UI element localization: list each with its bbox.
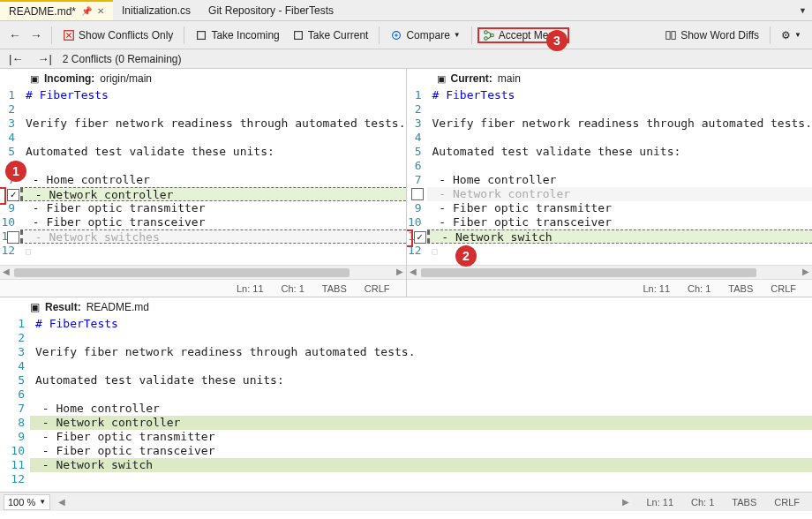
- scroll-right-icon[interactable]: ▶: [620, 497, 632, 509]
- line-number: 12: [0, 244, 15, 258]
- line-number: 7: [0, 402, 25, 416]
- line-number: 4: [407, 131, 422, 145]
- line-number: 10: [407, 215, 422, 229]
- conflict-checkbox[interactable]: [414, 231, 426, 244]
- separator: [51, 26, 52, 44]
- line-number: 5: [0, 145, 15, 159]
- code-line: [30, 387, 812, 402]
- scroll-right-icon[interactable]: ▶: [800, 267, 812, 279]
- incoming-status: Ln: 11 Ch: 1 TABS CRLF: [0, 279, 406, 297]
- status-ch: Ch: 1: [682, 497, 723, 508]
- scroll-left-icon[interactable]: ◀: [56, 497, 68, 509]
- tab-initialization[interactable]: Initialization.cs: [113, 0, 199, 20]
- last-conflict-button[interactable]: →|: [34, 52, 55, 65]
- zoom-selector[interactable]: 100 % ▼: [4, 494, 50, 510]
- conflicts-icon: [63, 29, 75, 41]
- tab-git-repository[interactable]: Git Repository - FiberTests: [199, 0, 342, 20]
- result-title: Result:: [45, 301, 81, 313]
- line-number: 1: [407, 88, 422, 102]
- tabs-overflow-icon[interactable]: ▼: [793, 6, 812, 15]
- code-line: - Fiber optic transceiver: [427, 215, 812, 229]
- pin-icon[interactable]: 📌: [81, 6, 92, 16]
- merge-icon: [483, 29, 495, 41]
- current-hscroll[interactable]: ◀ ▶: [407, 265, 813, 279]
- result-code[interactable]: 123456789101112 # FiberTestsVerify fiber…: [0, 317, 812, 492]
- separator: [379, 26, 380, 44]
- line-number: 5: [0, 373, 25, 387]
- tab-label: README.md*: [9, 5, 76, 18]
- show-word-diffs-button[interactable]: Show Word Diffs: [659, 27, 764, 43]
- separator: [770, 26, 771, 44]
- status-tabs: TABS: [313, 283, 356, 294]
- svg-rect-1: [198, 31, 206, 39]
- conflict-checkbox[interactable]: [411, 188, 424, 200]
- code-line: [20, 102, 405, 117]
- status-ln: Ln: 11: [228, 283, 273, 294]
- line-number: 8: [0, 416, 25, 430]
- take-current-icon: [292, 29, 304, 41]
- tab-readme[interactable]: README.md* 📌 ✕: [0, 0, 113, 20]
- line-number: 2: [0, 331, 25, 345]
- close-icon[interactable]: ✕: [97, 6, 104, 16]
- conflict-checkbox[interactable]: [7, 231, 19, 244]
- box-icon: ▣: [30, 73, 39, 85]
- current-code[interactable]: 123456789101112 # FiberTestsVerify fiber…: [407, 88, 813, 265]
- code-lines: # FiberTestsVerify fiber network readine…: [427, 88, 812, 265]
- code-line: [427, 159, 812, 173]
- code-line: Automated test validate these units:: [30, 373, 812, 387]
- scroll-thumb[interactable]: [421, 268, 756, 277]
- first-conflict-button[interactable]: |←: [5, 52, 26, 65]
- pane-branch: origin/main: [100, 72, 152, 85]
- merge-toolbar: ← → Show Conflicts Only Take Incoming Ta…: [0, 21, 812, 49]
- code-line: [20, 131, 405, 145]
- callout-1: 1: [5, 161, 26, 182]
- code-line: Verify fiber network readiness through a…: [30, 345, 812, 359]
- code-line: - Network switch: [30, 458, 812, 472]
- nav-back-button[interactable]: ←: [5, 26, 25, 44]
- conflicts-count: 2 Conflicts (0 Remaining): [63, 53, 182, 65]
- code-line: - Network controller: [20, 187, 405, 201]
- code-lines: # FiberTestsVerify fiber network readine…: [20, 88, 405, 265]
- nav-forward-button[interactable]: →: [26, 26, 46, 44]
- code-line: [30, 331, 812, 345]
- button-label: Show Word Diffs: [680, 29, 759, 41]
- button-label: Show Conflicts Only: [79, 29, 173, 41]
- compare-icon: [390, 29, 402, 41]
- settings-button[interactable]: ⚙ ▼: [776, 27, 807, 43]
- code-line: - Home controller: [20, 173, 405, 187]
- code-line: Automated test validate these units:: [427, 145, 812, 159]
- show-conflicts-only-button[interactable]: Show Conflicts Only: [57, 27, 178, 43]
- document-tabs: README.md* 📌 ✕ Initialization.cs Git Rep…: [0, 0, 812, 21]
- conflicts-subbar: |← →| 2 Conflicts (0 Remaining): [0, 49, 812, 69]
- scroll-left-icon[interactable]: ◀: [407, 267, 419, 279]
- status-crlf: CRLF: [762, 283, 805, 294]
- scroll-right-icon[interactable]: ▶: [394, 267, 406, 279]
- line-number: 12: [0, 472, 25, 486]
- code-line: - Home controller: [427, 173, 812, 187]
- status-tabs: TABS: [723, 497, 765, 508]
- code-line: - Network switches: [20, 229, 405, 244]
- tab-label: Initialization.cs: [122, 4, 191, 17]
- pane-title: Incoming:: [44, 72, 94, 85]
- take-incoming-button[interactable]: Take Incoming: [190, 27, 284, 43]
- line-number: 6: [407, 159, 422, 173]
- code-line: - Network switch: [427, 229, 812, 244]
- compare-button[interactable]: Compare ▼: [385, 27, 465, 43]
- incoming-code[interactable]: 123456789101112 # FiberTestsVerify fiber…: [0, 88, 406, 265]
- take-current-button[interactable]: Take Current: [287, 27, 374, 43]
- line-number: 10: [0, 444, 25, 458]
- status-crlf: CRLF: [356, 283, 399, 294]
- code-line: - Fiber optic transmitter: [30, 430, 812, 444]
- status-ln: Ln: 11: [637, 497, 682, 508]
- code-line: # FiberTests: [20, 88, 405, 102]
- result-hscroll[interactable]: ◀ ▶: [56, 496, 632, 508]
- line-number: 7: [407, 173, 422, 187]
- conflict-checkbox[interactable]: [7, 189, 19, 201]
- code-line: [30, 359, 812, 373]
- result-section: ▣ Result: README.md 123456789101112 # Fi…: [0, 297, 812, 492]
- line-gutter: 123456789101112: [0, 317, 30, 492]
- incoming-hscroll[interactable]: ◀ ▶: [0, 265, 406, 279]
- scroll-left-icon[interactable]: ◀: [0, 267, 12, 279]
- status-ch: Ch: 1: [679, 283, 719, 294]
- scroll-thumb[interactable]: [14, 268, 350, 277]
